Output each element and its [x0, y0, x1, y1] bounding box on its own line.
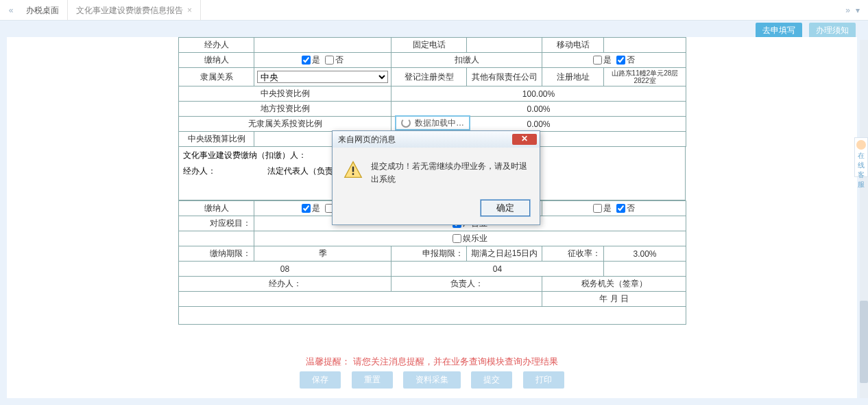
value-zhucedizhi: 山路东11幢2单元28层2822室 [604, 68, 686, 86]
label-gudingdianhua: 固定电话 [391, 38, 467, 53]
jiaonaren-no-checkbox[interactable] [325, 56, 334, 65]
label-section-jbr: 经办人： [183, 165, 265, 177]
dialog-close-icon[interactable]: ✕ [512, 134, 537, 145]
checkbox-jiaonaren: 是 否 [254, 53, 391, 68]
print-button[interactable]: 打印 [523, 371, 564, 389]
ext-no-checkbox[interactable] [616, 204, 625, 213]
svg-rect-2 [352, 173, 354, 175]
tab-home[interactable]: 办税桌面 [18, 0, 68, 21]
label-zhucedizhi: 注册地址 [542, 68, 604, 86]
label-jiaonaqixian: 缴纳期限： [179, 246, 254, 262]
tab-document[interactable]: 文化事业建设费缴费信息报告 × [68, 0, 201, 21]
collect-button[interactable]: 资料采集 [403, 371, 461, 389]
label-zhongyangji-ratio: 中央级预算比例 [179, 132, 254, 147]
dialog-ok-button[interactable]: 确定 [481, 200, 530, 216]
fill-button[interactable]: 去申填写 [756, 23, 802, 38]
sign-fzr: 负责人： [391, 277, 542, 292]
ext-yes-checkbox[interactable] [593, 204, 602, 213]
label-difang-ratio: 地方投资比例 [179, 102, 391, 117]
code-1: 08 [179, 262, 391, 277]
dialog-title-text: 来自网页的消息 [338, 134, 396, 146]
jiaonaren-yes-checkbox[interactable] [302, 56, 311, 65]
sign-date: 年 月 日 [542, 292, 686, 307]
label-koujiaoren: 扣缴人 [391, 53, 542, 68]
online-help-button[interactable]: 在线客服 [854, 137, 868, 177]
jiaonaren2-yes-checkbox[interactable] [302, 204, 311, 213]
sign-swjg: 税务机关（签章） [542, 277, 686, 292]
label-jiaonaren2: 缴纳人 [179, 201, 254, 216]
checkbox-koujiaoren: 是 否 [542, 53, 686, 68]
scrollbar-thumb[interactable] [860, 301, 868, 383]
tabs-prev-icon[interactable]: « [4, 5, 18, 15]
value-dengjileixing: 其他有限责任公司 [467, 68, 542, 86]
close-icon[interactable]: × [187, 0, 192, 21]
label-zhongyang-ratio: 中央投资比例 [179, 86, 391, 102]
label-yidongdianhua: 移动电话 [542, 38, 604, 53]
label-wulishu-ratio: 无隶属关系投资比例 [179, 117, 391, 132]
value-shenbaoqixian: 期满之日起15日内 [467, 246, 542, 262]
value-gudingdianhua [467, 38, 542, 53]
avatar-icon [856, 140, 866, 150]
code-2: 04 [391, 262, 604, 277]
label-duiyingshuimu: 对应税目： [179, 216, 254, 231]
tab-bar: « 办税桌面 文化事业建设费缴费信息报告 × » ▾ [0, 0, 868, 21]
footer-button-row: 保存 重置 资料采集 提交 打印 [7, 371, 857, 389]
koujiaoren-yes-checkbox[interactable] [593, 56, 602, 65]
label-lishuguanxi: 隶属关系 [179, 68, 254, 86]
koujiaoren-no-checkbox[interactable] [616, 56, 625, 65]
reminder-text: 温馨提醒： 请您关注消息提醒，并在业务查询模块查询办理结果 [7, 356, 857, 368]
warning-icon [343, 160, 363, 179]
value-jingbanren [254, 38, 391, 53]
sign-jbr: 经办人： [179, 277, 391, 292]
scrollbar-track[interactable] [860, 40, 868, 398]
yuleye-checkbox[interactable] [453, 234, 461, 243]
value-jiaonaqixian: 季 [254, 246, 391, 262]
value-zhengshoulv: 3.00% [604, 246, 686, 262]
reset-button[interactable]: 重置 [352, 371, 393, 389]
tabs-menu-icon[interactable]: ▾ [856, 5, 860, 15]
spinner-icon [401, 118, 411, 128]
value-yidongdianhua [604, 38, 686, 53]
dialog-titlebar[interactable]: 来自网页的消息 ✕ [333, 131, 540, 148]
label-jiaonaren: 缴纳人 [179, 53, 254, 68]
submit-button[interactable]: 提交 [471, 371, 512, 389]
value-difang-ratio: 0.00% [391, 102, 686, 117]
svg-rect-1 [352, 167, 354, 172]
handle-notice-button[interactable]: 办理须知 [809, 23, 856, 38]
lishuguanxi-select[interactable]: 中央 [257, 71, 388, 83]
save-button[interactable]: 保存 [300, 371, 341, 389]
dialog-message: 提交成功！若无需继续办理业务，请及时退出系统 [371, 160, 529, 186]
value-zhongyang-ratio: 100.00% [391, 86, 686, 102]
label-dengjileixing: 登记注册类型 [391, 68, 467, 86]
label-zhengshoulv: 征收率： [542, 246, 604, 262]
message-dialog: 来自网页的消息 ✕ 提交成功！若无需继续办理业务，请及时退出系统 确定 [332, 130, 540, 225]
label-jingbanren: 经办人 [179, 38, 254, 53]
loading-indicator: 数据加载中… [395, 115, 470, 130]
tabs-next-icon[interactable]: » [845, 5, 850, 15]
label-shenbaoqixian: 申报期限： [391, 246, 467, 262]
